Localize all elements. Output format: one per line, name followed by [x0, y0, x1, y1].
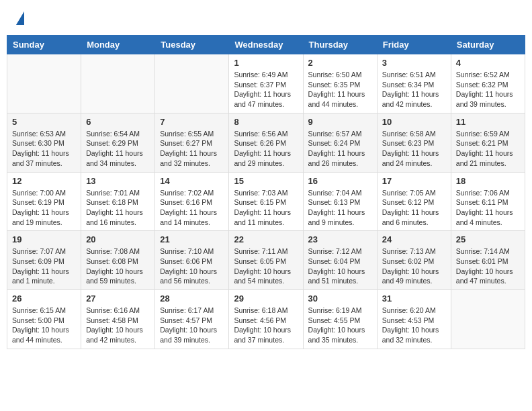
day-info: Sunrise: 7:10 AM Sunset: 6:06 PM Dayligh…	[160, 246, 224, 286]
calendar-day-cell: 30Sunrise: 6:19 AM Sunset: 4:55 PM Dayli…	[303, 290, 377, 349]
day-of-week-header: Saturday	[451, 36, 525, 54]
day-info: Sunrise: 6:16 AM Sunset: 4:58 PM Dayligh…	[86, 306, 150, 345]
calendar-week-row: 19Sunrise: 7:07 AM Sunset: 6:09 PM Dayli…	[7, 231, 525, 290]
day-info: Sunrise: 7:06 AM Sunset: 6:11 PM Dayligh…	[456, 188, 520, 228]
day-number: 24	[382, 234, 446, 244]
calendar-header-row: SundayMondayTuesdayWednesdayThursdayFrid…	[7, 36, 525, 54]
day-info: Sunrise: 6:50 AM Sunset: 6:35 PM Dayligh…	[308, 70, 372, 109]
calendar-day-cell: 20Sunrise: 7:08 AM Sunset: 6:08 PM Dayli…	[81, 231, 155, 290]
day-number: 28	[160, 293, 224, 304]
day-info: Sunrise: 6:58 AM Sunset: 6:23 PM Dayligh…	[382, 129, 446, 169]
day-info: Sunrise: 6:55 AM Sunset: 6:27 PM Dayligh…	[160, 129, 224, 169]
calendar-day-cell: 11Sunrise: 6:59 AM Sunset: 6:21 PM Dayli…	[451, 113, 525, 172]
day-info: Sunrise: 7:07 AM Sunset: 6:09 PM Dayligh…	[12, 246, 76, 286]
logo	[13, 10, 24, 25]
day-info: Sunrise: 6:56 AM Sunset: 6:26 PM Dayligh…	[234, 129, 298, 169]
day-number: 9	[308, 117, 372, 127]
calendar-week-row: 1Sunrise: 6:49 AM Sunset: 6:37 PM Daylig…	[7, 54, 525, 113]
calendar-day-cell: 12Sunrise: 7:00 AM Sunset: 6:19 PM Dayli…	[7, 172, 81, 231]
day-number: 30	[308, 293, 372, 304]
calendar-day-cell	[451, 290, 525, 349]
day-number: 27	[86, 293, 150, 304]
day-info: Sunrise: 6:20 AM Sunset: 4:53 PM Dayligh…	[382, 306, 446, 345]
day-info: Sunrise: 6:59 AM Sunset: 6:21 PM Dayligh…	[456, 129, 520, 169]
day-info: Sunrise: 7:11 AM Sunset: 6:05 PM Dayligh…	[234, 246, 298, 286]
day-info: Sunrise: 7:14 AM Sunset: 6:01 PM Dayligh…	[456, 246, 520, 286]
day-info: Sunrise: 7:00 AM Sunset: 6:19 PM Dayligh…	[12, 188, 76, 228]
calendar-week-row: 26Sunrise: 6:15 AM Sunset: 5:00 PM Dayli…	[7, 290, 525, 349]
calendar-day-cell: 23Sunrise: 7:12 AM Sunset: 6:04 PM Dayli…	[303, 231, 377, 290]
calendar-day-cell: 24Sunrise: 7:13 AM Sunset: 6:02 PM Dayli…	[377, 231, 451, 290]
day-info: Sunrise: 7:08 AM Sunset: 6:08 PM Dayligh…	[86, 246, 150, 286]
calendar-day-cell: 28Sunrise: 6:17 AM Sunset: 4:57 PM Dayli…	[155, 290, 229, 349]
calendar-day-cell: 13Sunrise: 7:01 AM Sunset: 6:18 PM Dayli…	[81, 172, 155, 231]
day-number: 4	[456, 58, 520, 68]
calendar-day-cell: 18Sunrise: 7:06 AM Sunset: 6:11 PM Dayli…	[451, 172, 525, 231]
day-number: 25	[456, 234, 520, 244]
day-number: 1	[234, 58, 298, 68]
day-of-week-header: Monday	[81, 36, 155, 54]
calendar-day-cell: 4Sunrise: 6:52 AM Sunset: 6:32 PM Daylig…	[451, 54, 525, 113]
day-number: 14	[160, 176, 224, 186]
calendar-day-cell: 2Sunrise: 6:50 AM Sunset: 6:35 PM Daylig…	[303, 54, 377, 113]
calendar-day-cell: 5Sunrise: 6:53 AM Sunset: 6:30 PM Daylig…	[7, 113, 81, 172]
day-number: 11	[456, 117, 520, 127]
calendar-day-cell: 22Sunrise: 7:11 AM Sunset: 6:05 PM Dayli…	[229, 231, 303, 290]
calendar-day-cell: 19Sunrise: 7:07 AM Sunset: 6:09 PM Dayli…	[7, 231, 81, 290]
calendar-day-cell: 27Sunrise: 6:16 AM Sunset: 4:58 PM Dayli…	[81, 290, 155, 349]
calendar-day-cell: 6Sunrise: 6:54 AM Sunset: 6:29 PM Daylig…	[81, 113, 155, 172]
day-info: Sunrise: 6:17 AM Sunset: 4:57 PM Dayligh…	[160, 306, 224, 345]
page-header	[7, 7, 525, 28]
calendar-day-cell: 31Sunrise: 6:20 AM Sunset: 4:53 PM Dayli…	[377, 290, 451, 349]
day-info: Sunrise: 7:05 AM Sunset: 6:12 PM Dayligh…	[382, 188, 446, 228]
logo-triangle-icon	[16, 11, 24, 25]
calendar-day-cell: 8Sunrise: 6:56 AM Sunset: 6:26 PM Daylig…	[229, 113, 303, 172]
day-number: 10	[382, 117, 446, 127]
day-number: 6	[86, 117, 150, 127]
day-number: 17	[382, 176, 446, 186]
day-info: Sunrise: 6:54 AM Sunset: 6:29 PM Dayligh…	[86, 129, 150, 169]
calendar-day-cell: 16Sunrise: 7:04 AM Sunset: 6:13 PM Dayli…	[303, 172, 377, 231]
day-info: Sunrise: 7:02 AM Sunset: 6:16 PM Dayligh…	[160, 188, 224, 228]
day-number: 16	[308, 176, 372, 186]
day-number: 5	[12, 117, 76, 127]
day-number: 7	[160, 117, 224, 127]
day-number: 18	[456, 176, 520, 186]
calendar-day-cell: 15Sunrise: 7:03 AM Sunset: 6:15 PM Dayli…	[229, 172, 303, 231]
calendar-day-cell: 1Sunrise: 6:49 AM Sunset: 6:37 PM Daylig…	[229, 54, 303, 113]
day-info: Sunrise: 6:53 AM Sunset: 6:30 PM Dayligh…	[12, 129, 76, 169]
calendar-day-cell: 21Sunrise: 7:10 AM Sunset: 6:06 PM Dayli…	[155, 231, 229, 290]
day-info: Sunrise: 6:15 AM Sunset: 5:00 PM Dayligh…	[12, 306, 76, 345]
day-number: 2	[308, 58, 372, 68]
day-number: 31	[382, 293, 446, 304]
day-info: Sunrise: 6:19 AM Sunset: 4:55 PM Dayligh…	[308, 306, 372, 345]
day-info: Sunrise: 7:04 AM Sunset: 6:13 PM Dayligh…	[308, 188, 372, 228]
day-number: 15	[234, 176, 298, 186]
calendar-week-row: 5Sunrise: 6:53 AM Sunset: 6:30 PM Daylig…	[7, 113, 525, 172]
calendar-day-cell: 29Sunrise: 6:18 AM Sunset: 4:56 PM Dayli…	[229, 290, 303, 349]
day-number: 29	[234, 293, 298, 304]
calendar-day-cell	[7, 54, 81, 113]
calendar-day-cell	[81, 54, 155, 113]
calendar-table: SundayMondayTuesdayWednesdayThursdayFrid…	[7, 35, 525, 349]
day-info: Sunrise: 6:51 AM Sunset: 6:34 PM Dayligh…	[382, 70, 446, 109]
calendar-day-cell	[155, 54, 229, 113]
day-of-week-header: Friday	[377, 36, 451, 54]
day-of-week-header: Tuesday	[155, 36, 229, 54]
day-number: 21	[160, 234, 224, 244]
calendar-day-cell: 3Sunrise: 6:51 AM Sunset: 6:34 PM Daylig…	[377, 54, 451, 113]
calendar-day-cell: 25Sunrise: 7:14 AM Sunset: 6:01 PM Dayli…	[451, 231, 525, 290]
day-info: Sunrise: 6:18 AM Sunset: 4:56 PM Dayligh…	[234, 306, 298, 345]
calendar-day-cell: 7Sunrise: 6:55 AM Sunset: 6:27 PM Daylig…	[155, 113, 229, 172]
day-info: Sunrise: 7:12 AM Sunset: 6:04 PM Dayligh…	[308, 246, 372, 286]
calendar-day-cell: 10Sunrise: 6:58 AM Sunset: 6:23 PM Dayli…	[377, 113, 451, 172]
day-number: 8	[234, 117, 298, 127]
day-info: Sunrise: 7:03 AM Sunset: 6:15 PM Dayligh…	[234, 188, 298, 228]
day-number: 19	[12, 234, 76, 244]
day-of-week-header: Wednesday	[229, 36, 303, 54]
calendar-day-cell: 26Sunrise: 6:15 AM Sunset: 5:00 PM Dayli…	[7, 290, 81, 349]
day-of-week-header: Sunday	[7, 36, 81, 54]
day-info: Sunrise: 7:01 AM Sunset: 6:18 PM Dayligh…	[86, 188, 150, 228]
day-of-week-header: Thursday	[303, 36, 377, 54]
day-info: Sunrise: 6:49 AM Sunset: 6:37 PM Dayligh…	[234, 70, 298, 109]
